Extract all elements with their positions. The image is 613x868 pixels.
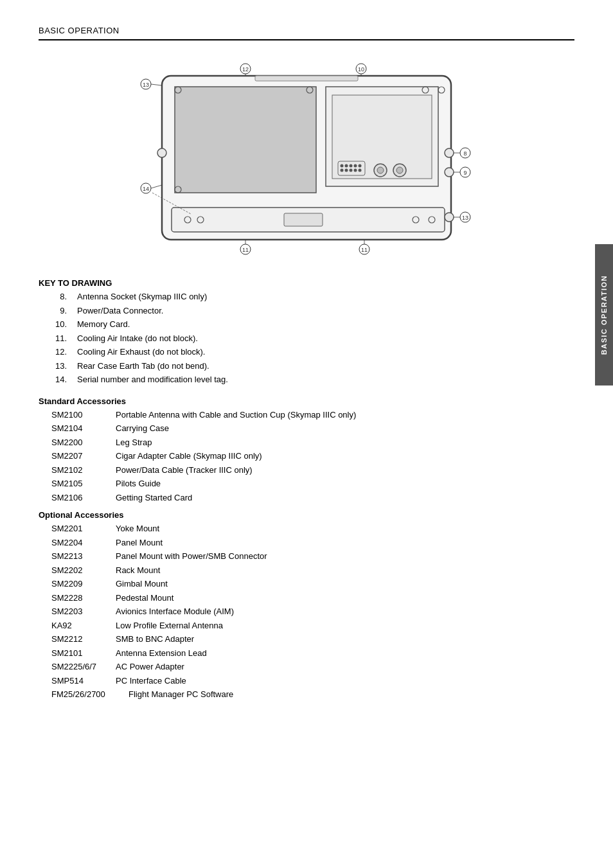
acc-code: SM2212 [51,633,116,646]
key-desc: Rear Case Earth Tab (do not bend). [77,360,209,373]
acc-desc: Portable Antenna with Cable and Suction … [116,409,356,421]
standard-accessories-section: Standard Accessories SM2100 Portable Ant… [39,396,574,504]
svg-text:14: 14 [143,186,149,192]
svg-text:13: 13 [143,82,149,88]
page-title: BASIC OPERATION [39,26,120,35]
list-item: 9. Power/Data Connector. [51,305,574,317]
acc-desc: PC Interface Cable [116,675,186,687]
key-desc: Memory Card. [77,318,130,331]
list-item: SM2102 Power/Data Cable (Tracker IIIC on… [51,464,574,477]
svg-text:10: 10 [358,66,364,73]
key-to-drawing-title: KEY TO DRAWING [39,278,574,288]
acc-desc: Avionics Interface Module (AIM) [116,605,234,618]
list-item: 14. Serial number and modification level… [51,373,574,386]
svg-line-55 [151,84,162,85]
list-item: SM2212 SMB to BNC Adapter [51,633,574,646]
acc-desc: Power/Data Cable (Tracker IIIC only) [116,464,253,477]
device-diagram-svg: 12 10 13 8 9 13 14 11 11 [127,60,486,259]
acc-desc: Antenna Extension Lead [116,647,207,660]
list-item: SM2100 Portable Antenna with Cable and S… [51,409,574,421]
list-item: SM2209 Gimbal Mount [51,578,574,590]
list-item: SM2213 Panel Mount with Power/SMB Connec… [51,550,574,563]
acc-code: SM2228 [51,592,116,605]
list-item: SM2228 Pedestal Mount [51,592,574,605]
svg-text:12: 12 [242,66,249,73]
svg-text:13: 13 [462,215,468,221]
optional-accessories-section: Optional Accessories SM2201 Yoke Mount S… [39,510,574,701]
acc-code: SM2200 [51,436,116,449]
acc-desc: Leg Strap [116,436,152,449]
acc-desc: Panel Mount with Power/SMB Connector [116,550,267,563]
side-tab-label: BASIC OPERATION [600,275,608,355]
svg-point-32 [445,168,454,177]
acc-desc: Carrying Case [116,422,169,435]
svg-point-13 [350,169,353,172]
list-item: 12. Cooling Air Exhaust (do not block). [51,346,574,359]
acc-code: FM25/26/2700 [51,688,129,701]
standard-accessories-list: SM2100 Portable Antenna with Cable and S… [39,409,574,504]
standard-accessories-title: Standard Accessories [39,396,574,406]
optional-accessories-title: Optional Accessories [39,510,574,520]
side-tab: BASIC OPERATION [595,244,613,385]
acc-code: SM2202 [51,564,116,577]
diagram-container: 12 10 13 8 9 13 14 11 11 [39,60,574,259]
svg-point-31 [445,148,454,157]
list-item: SM2106 Getting Started Card [51,492,574,504]
svg-point-18 [377,167,384,173]
acc-code: SM2207 [51,450,116,463]
key-num: 14. [51,373,77,386]
list-item: 8. Antenna Socket (Skymap IIIC only) [51,290,574,303]
svg-point-12 [345,169,348,172]
key-desc: Cooling Air Intake (do not block). [77,332,198,345]
list-item: SM2104 Carrying Case [51,422,574,435]
acc-code: SM2201 [51,522,116,535]
list-item: SM2202 Rack Mount [51,564,574,577]
acc-code: KA92 [51,619,116,632]
svg-text:11: 11 [242,247,249,253]
acc-desc: Flight Manager PC Software [129,688,233,701]
svg-point-7 [345,164,348,168]
acc-code: SM2225/6/7 [51,660,116,673]
svg-point-33 [445,213,454,222]
acc-desc: Pilots Guide [116,477,161,490]
svg-point-20 [396,167,403,173]
key-num: 11. [51,332,77,345]
list-item: FM25/26/2700 Flight Manager PC Software [51,688,574,701]
svg-point-10 [359,164,362,168]
acc-desc: Getting Started Card [116,492,192,504]
svg-line-59 [151,185,162,188]
key-num: 10. [51,318,77,331]
acc-code: SM2101 [51,647,116,660]
acc-code: SM2204 [51,536,116,549]
svg-text:9: 9 [463,170,466,176]
acc-code: SM2100 [51,409,116,421]
svg-rect-5 [255,76,358,81]
key-desc: Power/Data Connector. [77,305,163,317]
key-num: 12. [51,346,77,359]
key-desc: Antenna Socket (Skymap IIIC only) [77,290,207,303]
list-item: SM2101 Antenna Extension Lead [51,647,574,660]
list-item: SM2207 Cigar Adapter Cable (Skymap IIIC … [51,450,574,463]
acc-code: SM2106 [51,492,116,504]
key-desc: Cooling Air Exhaust (do not block). [77,346,205,359]
optional-accessories-list: SM2201 Yoke Mount SM2204 Panel Mount SM2… [39,522,574,701]
page-header: BASIC OPERATION [39,26,574,40]
key-list: 8. Antenna Socket (Skymap IIIC only) 9. … [39,290,574,386]
list-item: SM2200 Leg Strap [51,436,574,449]
acc-desc: Panel Mount [116,536,163,549]
svg-point-6 [341,164,344,168]
acc-desc: Yoke Mount [116,522,159,535]
acc-desc: Gimbal Mount [116,578,168,590]
svg-point-8 [350,164,353,168]
acc-desc: Pedestal Mount [116,592,173,605]
svg-point-34 [157,148,166,157]
svg-point-9 [354,164,357,168]
list-item: KA92 Low Profile External Antenna [51,619,574,632]
acc-desc: AC Power Adapter [116,660,184,673]
svg-text:8: 8 [463,150,466,157]
acc-desc: Rack Mount [116,564,160,577]
svg-point-14 [354,169,357,172]
acc-code: SM2105 [51,477,116,490]
page-container: BASIC OPERATION BASIC OPERATION [0,0,613,868]
acc-code: SM2102 [51,464,116,477]
